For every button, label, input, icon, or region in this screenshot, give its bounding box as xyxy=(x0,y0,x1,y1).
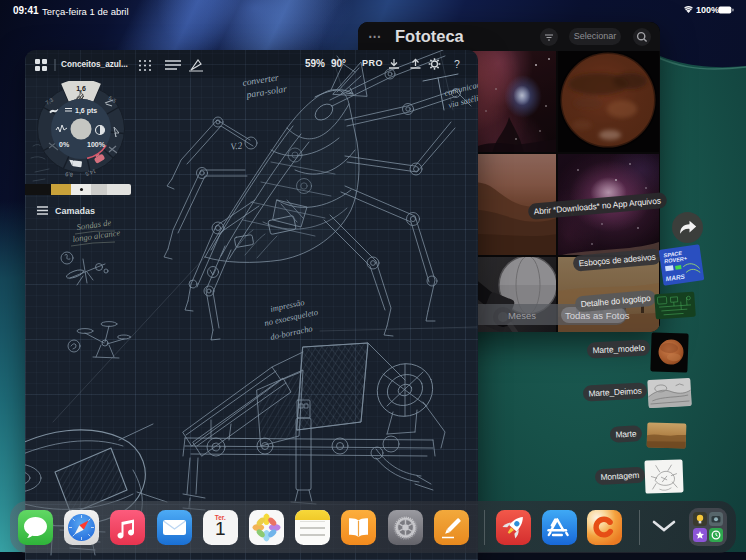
svg-text:?: ? xyxy=(454,58,460,70)
svg-text:1,6 pts: 1,6 pts xyxy=(75,107,97,115)
svg-text:V.2: V.2 xyxy=(230,140,243,152)
svg-text:8,9: 8,9 xyxy=(65,171,73,178)
svg-text:100%: 100% xyxy=(87,141,106,148)
svg-text:do-borracho: do-borracho xyxy=(269,323,313,342)
svg-text:0%: 0% xyxy=(59,141,70,148)
svg-text:MARS: MARS xyxy=(665,273,686,283)
